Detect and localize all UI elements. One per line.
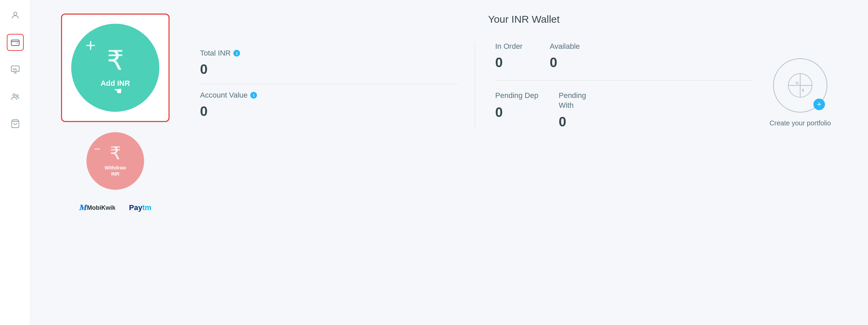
portfolio-label: Create your portfolio — [769, 119, 831, 127]
total-inr-row: Total INR i 0 — [200, 42, 458, 84]
total-inr-label: Total INR — [200, 49, 231, 58]
in-order-value: 0 — [495, 55, 523, 70]
sidebar — [0, 0, 31, 325]
add-inr-container: + ₹ Add INR ☚ — [61, 14, 170, 122]
account-value-label: Account Value — [200, 91, 248, 100]
pending-with-value: 0 — [559, 114, 586, 129]
svg-point-3 — [13, 94, 15, 96]
available-item: Available 0 — [550, 42, 580, 70]
sidebar-item-user[interactable] — [7, 7, 24, 24]
portfolio-chart-icon: % $ — [783, 68, 817, 102]
total-inr-label-row: Total INR i — [200, 49, 458, 58]
total-inr-value: 0 — [200, 62, 458, 77]
add-rupee-icon: ₹ — [107, 45, 124, 76]
account-value-value: 0 — [200, 104, 458, 119]
main-content: + ₹ Add INR ☚ − ₹ Withdraw INR 𝐌 MobiKwi… — [31, 0, 868, 325]
pending-dep-item: Pending Dep 0 — [495, 91, 538, 129]
withdraw-inr-label: Withdraw INR — [105, 165, 126, 177]
portfolio-plus-button[interactable]: + — [813, 99, 825, 110]
available-label: Available — [550, 42, 580, 51]
svg-point-0 — [14, 12, 17, 15]
pending-with-label: Pending With — [559, 91, 586, 110]
total-inr-info-icon[interactable]: i — [233, 50, 240, 57]
add-inr-button[interactable]: + ₹ Add INR ☚ — [71, 24, 159, 112]
portfolio-panel: % $ + Create your portfolio — [753, 42, 848, 129]
right-stats-bottom: Pending Dep 0 Pending With 0 — [495, 81, 753, 129]
wallet-title: Your INR Wallet — [200, 14, 848, 25]
portfolio-circle[interactable]: % $ + — [773, 58, 827, 113]
withdraw-minus-icon: − — [94, 142, 101, 156]
add-inr-label: Add INR — [101, 79, 130, 88]
add-plus-icon: + — [85, 37, 96, 54]
left-panel: + ₹ Add INR ☚ − ₹ Withdraw INR 𝐌 MobiKwi… — [51, 14, 180, 311]
paytm-logo: Paytm — [129, 203, 151, 212]
sidebar-item-chart[interactable] — [7, 61, 24, 78]
in-order-label: In Order — [495, 42, 523, 51]
svg-rect-1 — [11, 40, 19, 45]
pending-dep-label: Pending Dep — [495, 91, 538, 101]
svg-text:%: % — [795, 81, 799, 85]
mobikwik-logo: 𝐌 MobiKwik — [79, 203, 115, 212]
payment-logos: 𝐌 MobiKwik Paytm — [79, 203, 151, 212]
pending-dep-value: 0 — [495, 105, 538, 120]
wallet-stats: Total INR i 0 Account Value i 0 — [200, 42, 848, 129]
pending-with-item: Pending With 0 — [559, 91, 586, 129]
wallet-left-stats: Total INR i 0 Account Value i 0 — [200, 42, 475, 129]
account-value-info-icon[interactable]: i — [250, 92, 257, 99]
right-stats-top: In Order 0 Available 0 — [495, 42, 753, 81]
sidebar-item-wallet[interactable] — [7, 34, 24, 51]
sidebar-item-users[interactable] — [7, 88, 24, 105]
svg-text:$: $ — [802, 88, 804, 92]
account-value-label-row: Account Value i — [200, 91, 458, 100]
available-value: 0 — [550, 55, 580, 70]
withdraw-inr-button[interactable]: − ₹ Withdraw INR — [86, 132, 144, 190]
svg-point-4 — [16, 95, 18, 97]
wallet-right-stats: In Order 0 Available 0 Pending Dep 0 — [475, 42, 753, 129]
withdraw-rupee-icon: ₹ — [110, 143, 121, 163]
sidebar-item-cart[interactable] — [7, 115, 24, 132]
account-value-row: Account Value i 0 — [200, 84, 458, 126]
in-order-item: In Order 0 — [495, 42, 523, 70]
